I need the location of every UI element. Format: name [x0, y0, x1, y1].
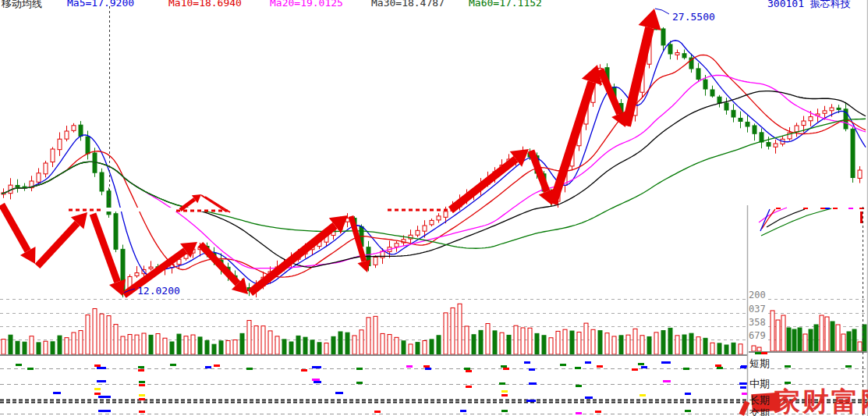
volume-axis-label: 358: [749, 317, 766, 328]
signal-row-label-long-term: 长期: [749, 393, 770, 407]
ma10-value: Ma10=18.6940: [168, 0, 242, 9]
indicator-title: 移动均线: [2, 0, 42, 11]
volume-axis-label: 200: [749, 290, 766, 300]
volume-axis-label: 679: [749, 330, 766, 341]
stock-chart-window: 移动均线 Ma5=17.9200 Ma10=18.6940 Ma20=19.01…: [0, 0, 868, 416]
signal-row-label-trade-term: 交期: [749, 407, 770, 416]
watermark-text: 家财富网: [774, 384, 868, 416]
kline-chart-canvas[interactable]: [0, 0, 868, 416]
ma30-value: Ma30=18.4787: [371, 0, 445, 9]
signal-row-label-mid-term: 中期: [749, 377, 770, 391]
ma5-value: Ma5=17.9200: [67, 0, 134, 9]
stock-code-name: 300101 振芯科技: [767, 0, 851, 11]
ma60-value: Ma60=17.1152: [469, 0, 542, 9]
signal-row-label-short-term: 短期: [749, 357, 770, 371]
price-callout-low: 12.0200: [137, 285, 180, 297]
volume-axis-label: 037: [749, 304, 766, 315]
ma20-value: Ma20=19.0125: [270, 0, 343, 9]
price-callout-high: 27.5500: [672, 11, 715, 23]
